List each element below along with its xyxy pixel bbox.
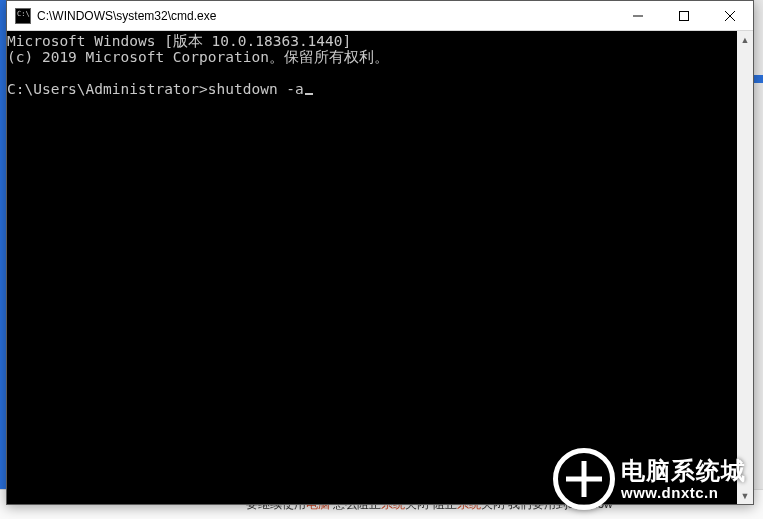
close-button[interactable]	[707, 1, 753, 31]
minimize-button[interactable]	[615, 1, 661, 31]
scroll-down-button[interactable]: ▼	[737, 487, 753, 504]
svg-rect-1	[680, 11, 689, 20]
terminal-line: (c) 2019 Microsoft Corporation。保留所有权利。	[7, 49, 389, 65]
vertical-scrollbar[interactable]: ▲ ▼	[737, 31, 753, 504]
titlebar[interactable]: C:\WINDOWS\system32\cmd.exe	[7, 1, 753, 31]
close-icon	[725, 11, 735, 21]
cmd-window: C:\WINDOWS\system32\cmd.exe Microsoft Wi…	[6, 0, 754, 505]
cmd-icon	[15, 8, 31, 24]
terminal-area: Microsoft Windows [版本 10.0.18363.1440] (…	[7, 31, 753, 504]
maximize-icon	[679, 11, 689, 21]
minimize-icon	[633, 11, 643, 21]
maximize-button[interactable]	[661, 1, 707, 31]
scroll-up-button[interactable]: ▲	[737, 31, 753, 48]
terminal-line: Microsoft Windows [版本 10.0.18363.1440]	[7, 33, 351, 49]
terminal-output[interactable]: Microsoft Windows [版本 10.0.18363.1440] (…	[7, 31, 737, 504]
terminal-prompt: C:\Users\Administrator>	[7, 81, 208, 97]
terminal-command: shutdown -a	[208, 81, 304, 97]
scroll-track[interactable]	[737, 48, 753, 487]
cursor	[305, 93, 313, 95]
window-title: C:\WINDOWS\system32\cmd.exe	[37, 9, 216, 23]
